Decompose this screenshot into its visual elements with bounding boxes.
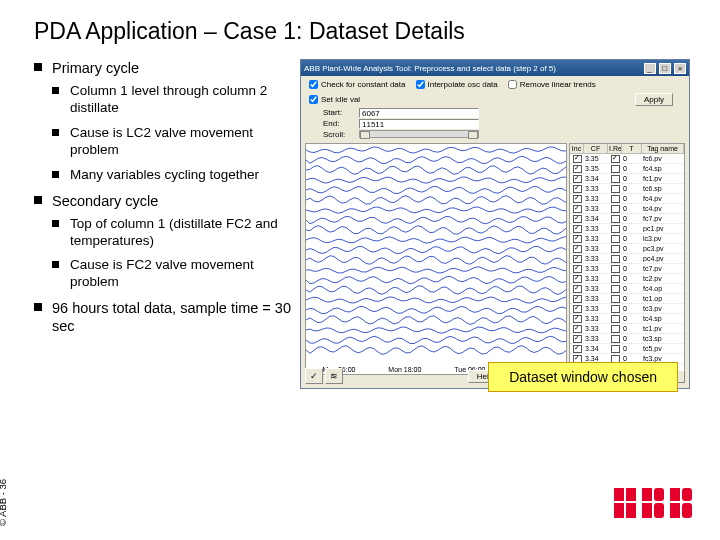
bullet-primary: Primary cycle Column 1 level through col… [34, 59, 292, 184]
remove-trend-checkbox[interactable]: Remove linear trends [508, 80, 596, 89]
tag-name: fc1.pv [642, 175, 684, 182]
accept-icon[interactable]: ✓ [305, 368, 323, 384]
tag-name: pc4.pv [642, 255, 684, 262]
rep-checkbox[interactable] [611, 315, 620, 323]
include-checkbox[interactable] [573, 255, 582, 263]
option-label: Interpolate osc data [428, 80, 498, 89]
svg-rect-7 [642, 503, 652, 518]
t-value: 0 [622, 345, 642, 352]
tag-name: tc3.pv [642, 305, 684, 312]
include-checkbox[interactable] [573, 265, 582, 273]
tag-list-header: Inc CF I.Rep T Tag name [570, 144, 684, 154]
rep-checkbox[interactable] [611, 305, 620, 313]
include-checkbox[interactable] [573, 155, 582, 163]
t-value: 0 [622, 155, 642, 162]
rep-checkbox[interactable] [611, 265, 620, 273]
tag-name: fc4.pv [642, 195, 684, 202]
tag-row[interactable]: 3.340fc7.pv [570, 214, 684, 224]
rep-checkbox[interactable] [611, 175, 620, 183]
tag-row[interactable]: 3.330tc1.op [570, 294, 684, 304]
tag-row[interactable]: 3.330fc4.op [570, 284, 684, 294]
svg-rect-11 [670, 503, 680, 518]
include-checkbox[interactable] [573, 345, 582, 353]
set-idle-checkbox[interactable]: Set idle val [309, 95, 360, 104]
close-icon[interactable]: × [674, 63, 686, 74]
cf-value: 3.34 [584, 215, 608, 222]
rep-checkbox[interactable] [611, 195, 620, 203]
interpolate-checkbox[interactable]: Interpolate osc data [416, 80, 498, 89]
tag-row[interactable]: 3.330pc3.pv [570, 244, 684, 254]
tag-row[interactable]: 3.330tc2.pv [570, 274, 684, 284]
tag-row[interactable]: 3.330pc4.pv [570, 254, 684, 264]
include-checkbox[interactable] [573, 165, 582, 173]
rep-checkbox[interactable] [611, 205, 620, 213]
include-checkbox[interactable] [573, 295, 582, 303]
tag-name: pc3.pv [642, 245, 684, 252]
include-checkbox[interactable] [573, 215, 582, 223]
include-checkbox[interactable] [573, 315, 582, 323]
tag-row[interactable]: 3.330tc6.sp [570, 184, 684, 194]
scroll-slider[interactable] [359, 130, 479, 138]
tag-row[interactable]: 3.330tc4.sp [570, 314, 684, 324]
include-checkbox[interactable] [573, 325, 582, 333]
tag-row[interactable]: 3.330tc3.pv [570, 304, 684, 314]
tag-list-pane[interactable]: Inc CF I.Rep T Tag name 3.350fc6.pv3.350… [569, 143, 685, 375]
cf-value: 3.33 [584, 195, 608, 202]
callout-box: Dataset window chosen [488, 362, 678, 392]
tag-row[interactable]: 3.330fc4.pv [570, 194, 684, 204]
check-constant-checkbox[interactable]: Check for constant data [309, 80, 406, 89]
include-checkbox[interactable] [573, 235, 582, 243]
tag-row[interactable]: 3.330tc1.pv [570, 324, 684, 334]
tag-row[interactable]: 3.350fc6.pv [570, 154, 684, 164]
rep-checkbox[interactable] [611, 165, 620, 173]
minimize-icon[interactable]: _ [644, 63, 656, 74]
tag-name: tc3.sp [642, 335, 684, 342]
include-checkbox[interactable] [573, 285, 582, 293]
tag-row[interactable]: 3.330pc1.pv [570, 224, 684, 234]
rep-checkbox[interactable] [611, 255, 620, 263]
include-checkbox[interactable] [573, 275, 582, 283]
include-checkbox[interactable] [573, 305, 582, 313]
window-titlebar[interactable]: ABB Plant-Wide Analysis Tool: Preprocess… [301, 60, 689, 76]
tag-row[interactable]: 3.330lc3.pv [570, 234, 684, 244]
rep-checkbox[interactable] [611, 225, 620, 233]
cf-value: 3.33 [584, 235, 608, 242]
include-checkbox[interactable] [573, 225, 582, 233]
t-value: 0 [622, 175, 642, 182]
include-checkbox[interactable] [573, 185, 582, 193]
tag-name: fc7.pv [642, 215, 684, 222]
tag-row[interactable]: 3.340fc1.pv [570, 174, 684, 184]
start-field[interactable]: 6067 [359, 108, 479, 118]
include-checkbox[interactable] [573, 195, 582, 203]
cf-value: 3.33 [584, 325, 608, 332]
timeseries-plot[interactable]: Mon 06:00 Mon 18:00 Tue 06:00 Tue 18:00 [305, 143, 567, 375]
rep-checkbox[interactable] [611, 155, 620, 163]
sub-bullet: Column 1 level through column 2 distilla… [52, 83, 292, 117]
include-checkbox[interactable] [573, 175, 582, 183]
tag-row[interactable]: 3.330tc4.pv [570, 204, 684, 214]
option-label: Check for constant data [321, 80, 406, 89]
end-field[interactable]: 11511 [359, 119, 479, 129]
sub-bullet: Top of column 1 (distillate FC2 and temp… [52, 216, 292, 250]
apply-button[interactable]: Apply [635, 93, 673, 106]
rep-checkbox[interactable] [611, 275, 620, 283]
rep-checkbox[interactable] [611, 345, 620, 353]
tag-row[interactable]: 3.350fc4.sp [570, 164, 684, 174]
include-checkbox[interactable] [573, 245, 582, 253]
rep-checkbox[interactable] [611, 295, 620, 303]
include-checkbox[interactable] [573, 205, 582, 213]
option-label: Set idle val [321, 95, 360, 104]
waves-icon[interactable]: ≋ [325, 368, 343, 384]
maximize-icon[interactable]: □ [659, 63, 671, 74]
tag-row[interactable]: 3.330tc7.pv [570, 264, 684, 274]
rep-checkbox[interactable] [611, 235, 620, 243]
rep-checkbox[interactable] [611, 185, 620, 193]
rep-checkbox[interactable] [611, 245, 620, 253]
include-checkbox[interactable] [573, 335, 582, 343]
rep-checkbox[interactable] [611, 285, 620, 293]
rep-checkbox[interactable] [611, 335, 620, 343]
rep-checkbox[interactable] [611, 325, 620, 333]
tag-row[interactable]: 3.340tc5.pv [570, 344, 684, 354]
rep-checkbox[interactable] [611, 215, 620, 223]
tag-row[interactable]: 3.330tc3.sp [570, 334, 684, 344]
